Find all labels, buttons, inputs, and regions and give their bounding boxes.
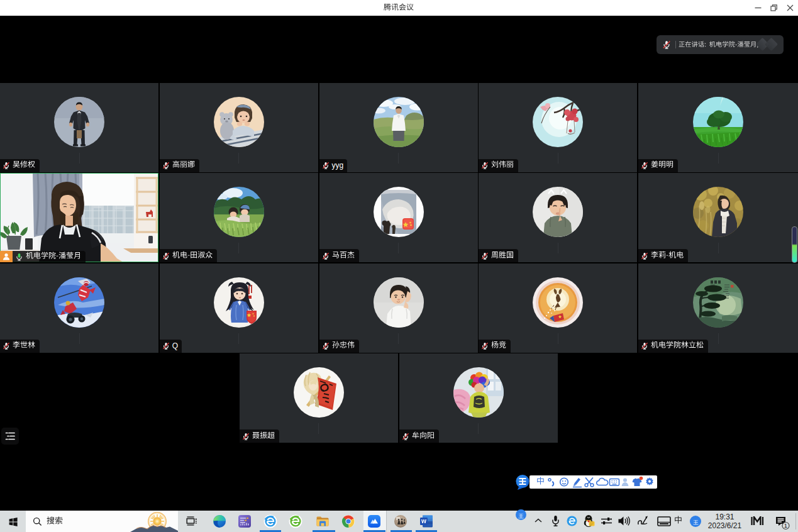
svg-text:1: 1 <box>784 522 787 529</box>
